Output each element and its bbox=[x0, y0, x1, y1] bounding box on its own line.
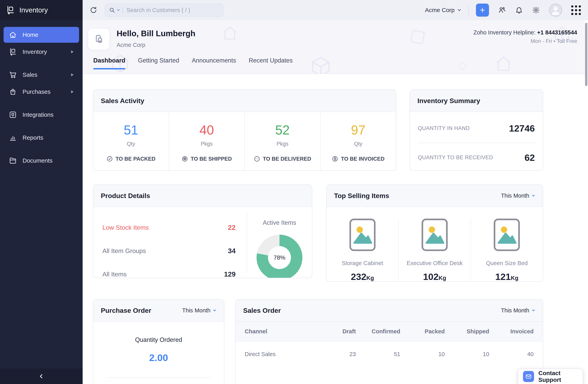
sidebar-item-home[interactable]: Home bbox=[3, 27, 79, 43]
tab-getting-started[interactable]: Getting Started bbox=[138, 57, 179, 69]
greeting-org: Acme Corp bbox=[117, 42, 195, 48]
cell-draft: 23 bbox=[311, 351, 356, 358]
sidebar-item-label: Documents bbox=[22, 157, 53, 164]
sidebar-item-documents[interactable]: Documents bbox=[3, 153, 79, 169]
row-value: 22 bbox=[228, 224, 236, 231]
home-icon bbox=[9, 31, 17, 39]
card-title: Top Selling Items bbox=[334, 192, 389, 200]
topbar-divider bbox=[468, 5, 469, 15]
row-label: Low Stock Items bbox=[102, 224, 149, 231]
stat-value: 97 bbox=[321, 123, 396, 137]
stat-label: TO BE PACKED bbox=[116, 156, 156, 162]
sidebar-item-purchases[interactable]: Purchases bbox=[3, 84, 79, 100]
table-header-row: Channel Draft Confirmed Packed Shipped I… bbox=[236, 322, 543, 341]
row-label: All Item Groups bbox=[102, 247, 146, 255]
folder-icon bbox=[9, 157, 17, 165]
sidebar-item-label: Sales bbox=[22, 71, 37, 78]
stat-to-be-delivered[interactable]: 52 Pkgs TO BE DELIVERED bbox=[245, 112, 321, 171]
mail-icon bbox=[523, 371, 534, 382]
chevron-down-icon bbox=[457, 8, 461, 12]
gear-icon[interactable] bbox=[532, 6, 540, 14]
sidebar-item-sales[interactable]: Sales bbox=[3, 67, 79, 83]
helpline: Zoho Inventory Helpline: +1 8443165544 bbox=[473, 29, 577, 36]
bell-icon[interactable] bbox=[515, 6, 523, 14]
sales-activity-card: Sales Activity 51 Qty TO BE PACKED 40 Pk… bbox=[93, 90, 396, 171]
tab-announcements[interactable]: Announcements bbox=[192, 57, 236, 69]
quantity-ordered-value[interactable]: 2.00 bbox=[93, 352, 224, 363]
chevron-down-icon bbox=[213, 309, 216, 312]
row-value: 129 bbox=[224, 270, 236, 278]
table-row: Direct Sales 23 51 10 10 40 bbox=[236, 341, 543, 367]
bar-chart-icon bbox=[9, 134, 17, 142]
app-logo[interactable]: Inventory bbox=[0, 0, 83, 20]
row-label: All Items bbox=[102, 271, 127, 278]
top-item[interactable]: Executive Office Desk 102Kg bbox=[399, 218, 471, 282]
column-header: Channel bbox=[245, 328, 311, 335]
image-placeholder-icon bbox=[349, 218, 376, 251]
dashboard-content: Sales Activity 51 Qty TO BE PACKED 40 Pk… bbox=[83, 74, 588, 384]
search-icon bbox=[109, 7, 115, 13]
greeting-title: Hello, Bill Lumbergh bbox=[117, 29, 195, 38]
stat-label: TO BE DELIVERED bbox=[263, 156, 311, 162]
users-icon[interactable] bbox=[498, 6, 506, 14]
product-details-card: Product Details Low Stock Items 22 All I… bbox=[93, 184, 312, 278]
global-search[interactable] bbox=[105, 3, 223, 17]
column-header: Packed bbox=[400, 328, 445, 335]
stat-value: 52 bbox=[245, 123, 320, 137]
row-value: 34 bbox=[228, 247, 236, 255]
image-placeholder-icon bbox=[421, 218, 448, 251]
sidebar-item-label: Home bbox=[22, 31, 38, 38]
stat-to-be-shipped[interactable]: 40 Pkgs TO BE SHIPPED bbox=[169, 112, 245, 171]
low-stock-items-row[interactable]: Low Stock Items 22 bbox=[102, 216, 236, 239]
sidebar-nav: Home Inventory Sales bbox=[0, 20, 83, 369]
period-selector[interactable]: This Month bbox=[501, 193, 535, 199]
helpline-hours: Mon - Fri • Toll Free bbox=[473, 38, 577, 44]
sidebar-collapse-button[interactable] bbox=[0, 369, 83, 384]
row-value: 12746 bbox=[509, 123, 535, 134]
vertical-scrollbar-thumb[interactable] bbox=[585, 23, 588, 86]
column-header: Draft bbox=[311, 328, 356, 335]
search-scope-chevron-icon[interactable] bbox=[117, 8, 120, 12]
bag-icon bbox=[9, 88, 17, 96]
tab-dashboard[interactable]: Dashboard bbox=[93, 57, 125, 69]
top-item[interactable]: Storage Cabinet 232Kg bbox=[327, 218, 399, 282]
sidebar-item-integrations[interactable]: Integrations bbox=[3, 107, 79, 123]
card-title: Sales Activity bbox=[101, 97, 144, 105]
active-items-donut: 78% bbox=[256, 235, 302, 278]
sales-order-card: Sales Order This Month Channel Draft Con… bbox=[235, 299, 543, 384]
top-item[interactable]: Queen Size Bed 121Kg bbox=[471, 218, 543, 282]
active-items-label: Active Items bbox=[247, 219, 312, 226]
row-value: 62 bbox=[525, 152, 535, 163]
stat-unit: Pkgs bbox=[169, 141, 244, 147]
helpline-number: +1 8443165544 bbox=[537, 29, 577, 36]
contact-support-button[interactable]: Contact Support bbox=[518, 369, 583, 384]
avatar[interactable] bbox=[549, 3, 562, 17]
stat-label: TO BE INVOICED bbox=[341, 156, 384, 162]
all-items-row[interactable]: All Items 129 bbox=[102, 263, 236, 278]
stat-to-be-invoiced[interactable]: 97 Qty TO BE INVOICED bbox=[321, 112, 396, 171]
hero-banner: Hello, Bill Lumbergh Acme Corp Zoho Inve… bbox=[83, 20, 585, 74]
org-name: Acme Corp bbox=[425, 7, 455, 13]
refresh-icon[interactable] bbox=[90, 6, 97, 14]
quantity-in-hand-row: QUANTITY IN HAND 12746 bbox=[418, 114, 535, 143]
period-selector[interactable]: This Month bbox=[501, 307, 535, 314]
period-selector[interactable]: This Month bbox=[182, 307, 216, 314]
all-item-groups-row[interactable]: All Item Groups 34 bbox=[102, 239, 236, 263]
search-divider bbox=[123, 6, 123, 14]
item-name: Storage Cabinet bbox=[327, 260, 398, 267]
quantity-to-be-received-row: QUANTITY TO BE RECEIVED 62 bbox=[418, 143, 535, 171]
sidebar-item-inventory[interactable]: Inventory bbox=[3, 44, 79, 60]
quantity-ordered-label: Quantity Ordered bbox=[93, 336, 224, 343]
org-selector[interactable]: Acme Corp bbox=[425, 7, 461, 13]
plug-icon bbox=[9, 111, 17, 119]
sidebar-item-reports[interactable]: Reports bbox=[3, 130, 79, 146]
search-input[interactable] bbox=[126, 7, 219, 13]
inventory-logo-icon bbox=[6, 5, 15, 15]
plus-icon bbox=[479, 7, 486, 13]
apps-grid-icon[interactable] bbox=[571, 5, 581, 15]
quick-create-button[interactable] bbox=[476, 3, 489, 17]
stat-label: TO BE SHIPPED bbox=[191, 156, 232, 162]
stat-to-be-packed[interactable]: 51 Qty TO BE PACKED bbox=[93, 112, 169, 171]
tab-recent-updates[interactable]: Recent Updates bbox=[249, 57, 293, 69]
sidebar-item-label: Integrations bbox=[22, 111, 54, 118]
